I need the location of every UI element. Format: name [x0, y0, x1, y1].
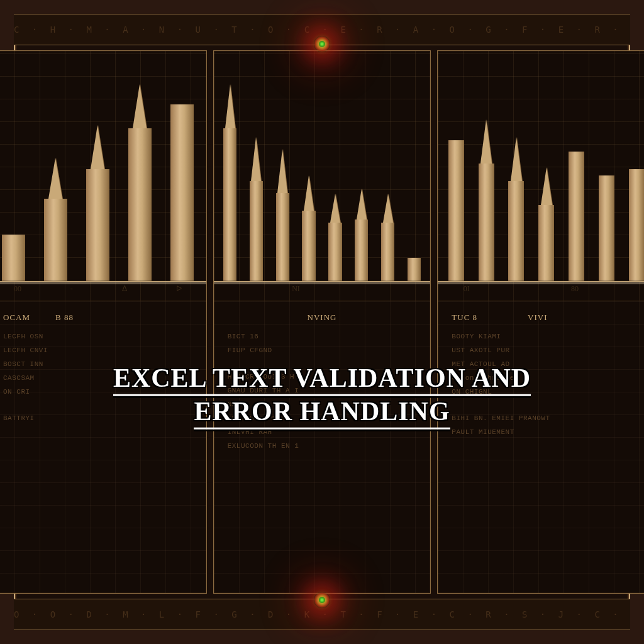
panel-1-axis: 00-ᐃᐅ	[0, 284, 206, 298]
panel-3: 0I80 Tuc 8 VIVI BOOTY KIAMIUST AXOTL PUR…	[437, 50, 644, 594]
axis-label: 00	[13, 284, 23, 298]
ornamental-text-line: LECFH OSN	[3, 333, 192, 340]
axis-label	[351, 284, 353, 298]
image-frame: C · H · M · A · N · U · T · O · C · E · …	[0, 0, 644, 644]
panel-3-axis: 0I80	[438, 284, 644, 298]
panels-row: 00-ᐃᐅ OCAM B 88 LECFH OSNLECFH CNVIBOSCT…	[14, 44, 644, 600]
beacon-lamp-top	[303, 25, 341, 63]
chart-1-bar-1	[0, 235, 33, 282]
title-heading: Excel Text Validation and Error Handling	[75, 362, 569, 430]
ornamental-text-line: UST AXOTL PUR	[452, 347, 641, 354]
chart-1-bar-5	[163, 104, 201, 281]
chart-2-bar-1	[219, 128, 242, 282]
axis-label: ᐅ	[175, 284, 183, 298]
chart-2-bar-8	[402, 258, 425, 282]
panel-3-head-a: Tuc 8	[452, 313, 477, 323]
panel-3-chart: 0I80	[438, 51, 644, 301]
chart-1-bar-3	[79, 169, 117, 281]
panel-2: NI NVing BICT 16FIUP CFGNDHECCCRIMOUI 3 …	[213, 50, 431, 594]
axis-label: 80	[570, 284, 580, 298]
chart-1-bar-2	[36, 199, 75, 281]
chart-3-bar-1	[443, 140, 469, 282]
ornamental-text-line: BOOTY KIAMI	[452, 333, 641, 340]
panel-1: 00-ᐃᐅ OCAM B 88 LECFH OSNLECFH CNVIBOSCT…	[0, 50, 207, 594]
panel-2-axis: NI	[214, 284, 431, 298]
panel-1-chart: 00-ᐃᐅ	[0, 51, 206, 301]
axis-label	[519, 284, 521, 298]
panel-3-text: Tuc 8 VIVI BOOTY KIAMIUST AXOTL PURMET A…	[438, 301, 644, 593]
title-overlay: Excel Text Validation and Error Handling	[75, 362, 569, 430]
axis-label: NI	[291, 284, 301, 298]
chart-2-bar-6	[350, 219, 373, 281]
chart-2-bar-4	[297, 211, 320, 282]
axis-label	[628, 284, 631, 298]
chart-2-bar-2	[245, 181, 268, 281]
ornamental-text-line: BICT 16	[228, 333, 417, 340]
ornamental-text-line: FIUP CFGND	[228, 347, 417, 354]
panel-2-head-a: NVing	[308, 313, 337, 323]
ornamental-text-line: LECFH CNVI	[3, 347, 192, 354]
panel-1-head-b: B 88	[55, 313, 74, 323]
title-line-1: Excel Text Validation and	[113, 362, 531, 396]
axis-label: -	[69, 284, 74, 298]
chart-3-bar-5	[564, 152, 590, 281]
chart-1-bar-4	[121, 128, 159, 282]
chart-3-bar-2	[473, 164, 499, 282]
chart-3-bar-3	[503, 181, 530, 281]
axis-label: ᐃ	[121, 284, 128, 298]
axis-label	[403, 284, 406, 298]
chart-2-bar-5	[324, 223, 347, 282]
chart-3-bar-6	[593, 175, 619, 282]
panel-1-text: OCAM B 88 LECFH OSNLECFH CNVIBOSCT INNCA…	[0, 301, 206, 593]
chart-2-bar-7	[377, 223, 399, 282]
chart-3-bar-7	[623, 169, 644, 281]
panel-2-chart: NI	[214, 51, 431, 301]
beacon-lamp-bottom	[303, 581, 341, 619]
ornamental-text-line: EXLUCODN TH EN 1	[228, 442, 417, 450]
chart-3-bar-4	[533, 205, 560, 282]
panel-3-head-b: VIVI	[528, 313, 547, 323]
axis-label: 0I	[462, 284, 471, 298]
axis-label	[238, 284, 241, 298]
panel-1-head-a: OCAM	[3, 313, 30, 323]
chart-2-bar-3	[271, 193, 294, 282]
title-line-2: Error Handling	[194, 396, 450, 430]
panel-2-text: NVing BICT 16FIUP CFGNDHECCCRIMOUI 3 HGN…	[214, 301, 431, 593]
